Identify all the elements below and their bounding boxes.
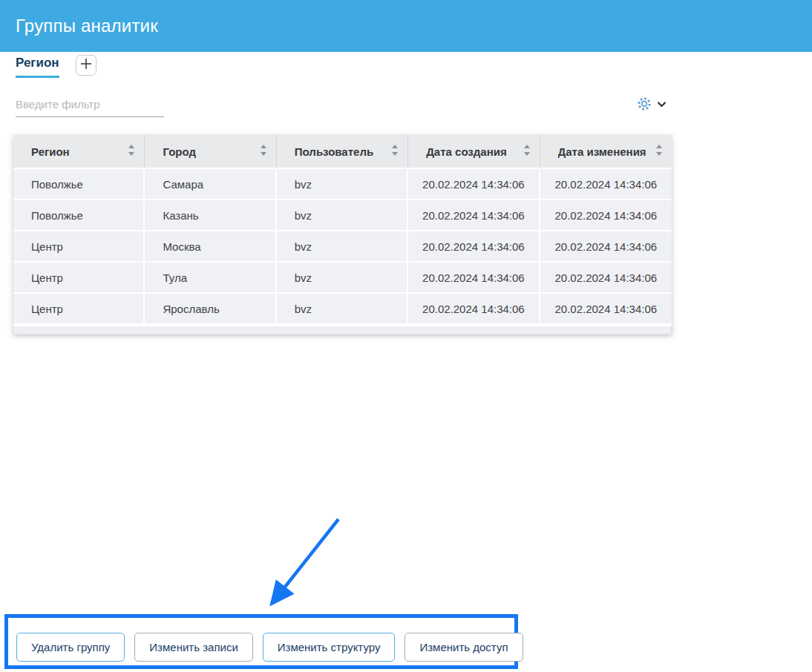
sort-icon[interactable]: [655, 145, 663, 159]
table-cell: Центр: [13, 263, 145, 294]
table-cell: 20.02.2024 14:34:06: [540, 263, 672, 294]
table-cell: Поволжье: [13, 200, 145, 231]
page-title: Группы аналитик: [16, 16, 158, 36]
annotation-arrow: [258, 513, 351, 617]
table-row[interactable]: ЦентрТулаbvz20.02.2024 14:34:0620.02.202…: [13, 263, 672, 294]
column-header-created[interactable]: Дата создания: [408, 135, 540, 169]
table-cell: Ярославль: [145, 294, 276, 325]
sort-icon[interactable]: [128, 145, 135, 159]
table-cell: 20.02.2024 14:34:06: [540, 231, 672, 263]
add-tab-button[interactable]: [76, 55, 96, 76]
table-cell: bvz: [277, 169, 408, 200]
table-row[interactable]: ЦентрМоскваbvz20.02.2024 14:34:0620.02.2…: [13, 231, 672, 263]
sort-icon[interactable]: [391, 145, 399, 159]
table-cell: Поволжье: [13, 169, 145, 200]
sort-icon[interactable]: [523, 145, 531, 159]
table-row[interactable]: ПоволжьеСамараbvz20.02.2024 14:34:0620.0…: [13, 169, 672, 200]
table-cell: Казань: [145, 200, 276, 231]
column-header-modified[interactable]: Дата изменения: [540, 135, 672, 169]
edit-structure-button[interactable]: Изменить структуру: [263, 633, 396, 662]
tab-region[interactable]: Регион: [16, 56, 59, 78]
column-header-region[interactable]: Регион: [13, 135, 145, 169]
table-cell: bvz: [277, 294, 408, 325]
region-table: Регион Город П: [13, 135, 672, 325]
table-cell: Самара: [145, 169, 276, 200]
chevron-down-icon[interactable]: [656, 99, 667, 110]
column-header-user[interactable]: Пользователь: [277, 135, 408, 169]
table-cell: Тула: [145, 263, 276, 294]
table-cell: bvz: [277, 263, 408, 294]
table-cell: 20.02.2024 14:34:06: [408, 169, 540, 200]
filter-field-wrap: [16, 93, 164, 117]
table-cell: 20.02.2024 14:34:06: [408, 263, 540, 294]
table-cell: Центр: [13, 231, 145, 263]
table-row[interactable]: ПоволжьеКазаньbvz20.02.2024 14:34:0620.0…: [13, 200, 672, 231]
table-cell: 20.02.2024 14:34:06: [408, 294, 540, 325]
table-cell: Центр: [13, 294, 145, 325]
plus-icon: [80, 58, 92, 73]
delete-group-button[interactable]: Удалить группу: [16, 633, 125, 662]
filter-input[interactable]: [16, 93, 164, 117]
table-cell: Москва: [145, 231, 276, 263]
edit-access-button[interactable]: Изменить доступ: [405, 633, 523, 662]
sort-icon[interactable]: [260, 145, 267, 159]
table-cell: bvz: [277, 231, 408, 263]
table-cell: bvz: [277, 200, 408, 231]
table-cell: 20.02.2024 14:34:06: [540, 200, 672, 231]
table-row[interactable]: ЦентрЯрославльbvz20.02.2024 14:34:0620.0…: [13, 294, 672, 325]
table-cell: 20.02.2024 14:34:06: [540, 169, 672, 200]
app-header: Группы аналитик: [0, 0, 812, 52]
region-table-container: Регион Город П: [13, 135, 672, 335]
group-actions-row: Удалить группу Изменить записи Изменить …: [16, 633, 523, 662]
edit-records-button[interactable]: Изменить записи: [134, 633, 252, 662]
table-cell: 20.02.2024 14:34:06: [540, 294, 672, 325]
table-cell: 20.02.2024 14:34:06: [408, 231, 540, 263]
table-cell: 20.02.2024 14:34:06: [408, 200, 540, 231]
horizontal-scrollbar-track[interactable]: [13, 325, 672, 335]
table-header-row: Регион Город П: [13, 135, 672, 169]
gear-icon[interactable]: [637, 96, 652, 111]
column-header-city[interactable]: Город: [145, 135, 276, 169]
table-body: ПоволжьеСамараbvz20.02.2024 14:34:0620.0…: [13, 169, 672, 325]
tabs-bar: Регион: [16, 55, 96, 79]
table-settings-group: [637, 96, 667, 111]
